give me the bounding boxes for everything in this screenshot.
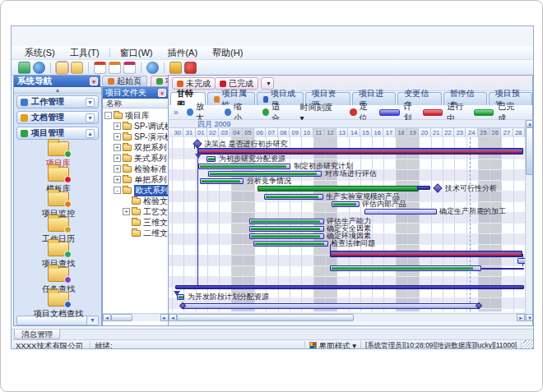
menu-item-2[interactable]: 工具(T): [63, 46, 106, 60]
gantt-bar[interactable]: [330, 251, 522, 257]
scroll-left-icon[interactable]: ◄: [103, 314, 111, 321]
network-globe-icon[interactable]: [33, 62, 45, 74]
gantt-bar[interactable]: [177, 294, 184, 300]
pin-icon[interactable]: ▾: [158, 89, 166, 97]
menu-item-5[interactable]: 帮助(H): [206, 46, 249, 60]
progress-fill: [333, 203, 356, 205]
tree-node-工艺文件[interactable]: +工艺文件: [103, 206, 169, 217]
sidebar-item-项目查找[interactable]: 项目查找: [14, 242, 103, 266]
gantt-bar[interactable]: [249, 226, 324, 232]
gantt-bar[interactable]: [330, 265, 481, 271]
sidebar-section-工作管理[interactable]: 工作管理▼: [16, 95, 99, 108]
lock-icon[interactable]: [169, 62, 182, 74]
menu-item-3[interactable]: 窗口(W): [114, 46, 160, 60]
toolbar-overflow-chevron[interactable]: »: [174, 108, 179, 117]
sidebar-section-文档管理[interactable]: 文档管理▼: [16, 111, 99, 124]
gantt-bar[interactable]: [253, 241, 328, 247]
interface-style-button[interactable]: 界面样式 ▾: [305, 341, 361, 350]
tree-horizontal-scrollbar[interactable]: ◄ ►: [103, 313, 169, 321]
tree-node-三维文件[interactable]: 三维文件: [103, 217, 169, 228]
scroll-up-icon[interactable]: ▲: [526, 120, 533, 127]
sidebar-item-工作日历[interactable]: 工作日历: [14, 217, 103, 242]
template-folder-icon[interactable]: [71, 62, 83, 74]
tab-起始页[interactable]: 起始页: [102, 76, 147, 86]
sidebar-section-项目管理[interactable]: 项目管理▲: [16, 127, 99, 140]
calendar-member-icon[interactable]: [109, 62, 121, 74]
tree-expander-icon[interactable]: +: [114, 133, 121, 141]
gantt-bar[interactable]: [249, 233, 324, 239]
sidebar-item-模板库[interactable]: 模板库: [14, 167, 103, 191]
gantt-bar[interactable]: [198, 164, 290, 169]
message-management-tab[interactable]: 消息管理: [14, 330, 60, 339]
tree-expander-icon[interactable]: +: [114, 144, 121, 151]
gantt-bar[interactable]: [208, 171, 322, 177]
gantt-bar[interactable]: [175, 285, 524, 289]
legend-swatch-已完成: [474, 109, 494, 116]
gantt-bar[interactable]: [264, 194, 323, 200]
tree-node-双把系列[interactable]: +双把系列: [103, 142, 169, 153]
gantt-vertical-scrollbar[interactable]: ▲ ▼: [525, 120, 533, 321]
calendar-progress-icon[interactable]: [123, 62, 136, 74]
tree-node-欧式系列[interactable]: -欧式系列: [103, 185, 169, 196]
sidebar-collapse-strip[interactable]: ▲: [14, 87, 101, 94]
tree-column-header[interactable]: 名称: [103, 99, 169, 108]
sidebar-item-项目库[interactable]: 项目库: [14, 141, 103, 166]
tree-expander-icon[interactable]: -: [104, 112, 112, 119]
tree-node-SP-演示机系[interactable]: +SP-演示机系: [103, 131, 169, 142]
gantt-bar[interactable]: [200, 178, 244, 184]
month-label: 四月 2009: [197, 120, 231, 128]
sidebar-item-项目监控[interactable]: 项目监控: [14, 191, 103, 216]
tree-expander-icon[interactable]: -: [114, 187, 121, 194]
tree-expander-icon[interactable]: +: [114, 165, 121, 173]
gantt-bar[interactable]: [481, 268, 524, 270]
task-label: 为初步研究分配资源: [219, 154, 285, 163]
tree-node-检验标准[interactable]: +检验标准: [103, 164, 169, 174]
tree-node-二维文件[interactable]: 二维文件: [103, 228, 169, 238]
gantt-bar[interactable]: [258, 186, 419, 191]
menu-item-4[interactable]: 插件(A): [160, 46, 204, 60]
tree-node-项目库[interactable]: -项目库: [103, 110, 169, 121]
tree-expander-icon[interactable]: +: [114, 154, 121, 162]
tree-node-单把系列[interactable]: +单把系列: [103, 174, 169, 185]
scroll-thumb[interactable]: [526, 127, 533, 175]
progress-fill: [251, 228, 320, 230]
bar-start-arrow-icon: [195, 154, 202, 159]
tree-node-SP-调试机系[interactable]: +SP-调试机系: [103, 121, 169, 131]
day-header-cell: 12: [325, 128, 336, 137]
scroll-thumb[interactable]: [111, 314, 132, 321]
resize-grip[interactable]: [523, 340, 533, 349]
gantt-bar[interactable]: [517, 258, 525, 264]
scroll-left-icon[interactable]: ◄: [169, 314, 177, 321]
menu-item-1[interactable]: 系统(S): [18, 46, 62, 60]
tree-expander-icon[interactable]: +: [114, 176, 121, 183]
gantt-bar[interactable]: [207, 156, 216, 162]
tree-node-美式系列[interactable]: +美式系列: [103, 153, 169, 164]
scroll-down-icon[interactable]: ▼: [526, 314, 533, 321]
tree-node-检验文件[interactable]: 检验文件: [103, 196, 169, 206]
gantt-panel: 未完成已完成▼ 甘特图项目属性项目成员项目资源项目进度变更信息暂停信息项目预算 …: [168, 75, 533, 326]
gantt-bar[interactable]: [197, 148, 523, 154]
calendar-task-icon[interactable]: [94, 62, 106, 74]
sidebar-item-任务查找[interactable]: 任务查找: [14, 267, 103, 292]
gantt-bar[interactable]: [182, 303, 480, 309]
pin-icon[interactable]: ▾: [90, 77, 98, 85]
scroll-thumb[interactable]: [177, 314, 354, 321]
gantt-horizontal-scrollbar[interactable]: ◄ ►: [169, 313, 525, 321]
chevron-icon[interactable]: ▼: [86, 113, 95, 122]
system-monitor-icon[interactable]: [18, 62, 30, 74]
gantt-bar[interactable]: [364, 209, 437, 214]
chevron-icon[interactable]: ▲: [86, 129, 95, 138]
gantt-bar[interactable]: [249, 219, 324, 224]
section-icon: [21, 130, 28, 137]
gantt-bar[interactable]: [332, 201, 360, 207]
help-icon[interactable]: [146, 62, 159, 74]
project-folder-icon[interactable]: [56, 62, 68, 74]
sidebar-item-项目文档查找[interactable]: 项目文档查找: [14, 292, 103, 316]
scroll-right-icon[interactable]: ►: [517, 314, 525, 321]
gantt-bar[interactable]: [417, 186, 430, 190]
gantt-chart[interactable]: 决策点 是否进行初步研究为初步研究分配资源制定初步研究计划对市场进行评估分析竞争…: [169, 137, 525, 311]
chevron-icon[interactable]: ▼: [86, 98, 95, 107]
tree-expander-icon[interactable]: +: [123, 208, 130, 215]
exit-icon[interactable]: [184, 62, 197, 74]
tree-expander-icon[interactable]: +: [114, 122, 121, 130]
